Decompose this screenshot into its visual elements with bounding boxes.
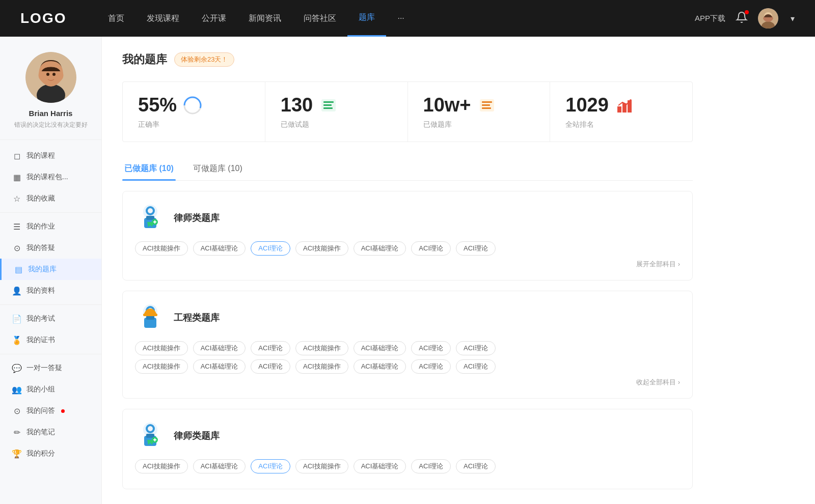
sidebar-item-profile[interactable]: 👤 我的资料 xyxy=(0,280,101,301)
tag-2-11[interactable]: ACI基础理论 xyxy=(354,359,406,374)
profile-section: Brian Harris 错误的决定比没有决定要好 xyxy=(0,37,101,140)
tag-3-0[interactable]: ACI技能操作 xyxy=(135,459,188,473)
sidebar-item-qbank-label: 我的题库 xyxy=(28,265,57,274)
stat-accuracy: 55% 正确率 xyxy=(123,82,265,142)
qbank-card-2: 工程类题库 ACI技能操作 ACI基础理论 ACI理论 ACI技能操作 ACI基… xyxy=(122,291,693,399)
chart-red-icon xyxy=(615,96,634,115)
tag-2-2[interactable]: ACI理论 xyxy=(251,341,290,355)
sidebar-item-1on1[interactable]: 💬 一对一答疑 xyxy=(0,357,101,379)
nav-qbank[interactable]: 题库 xyxy=(347,0,386,37)
qbank-tags-3: ACI技能操作 ACI基础理论 ACI理论 ACI技能操作 ACI基础理论 AC… xyxy=(135,459,680,473)
tag-1-5[interactable]: ACI理论 xyxy=(411,241,451,256)
sidebar-item-certificate[interactable]: 🏅 我的证书 xyxy=(0,329,101,351)
notes-icon: ✏ xyxy=(12,428,21,437)
svg-rect-19 xyxy=(617,106,621,113)
user-motto: 错误的决定比没有决定要好 xyxy=(10,121,91,129)
points-icon: 🏆 xyxy=(12,449,21,458)
svg-point-39 xyxy=(148,426,153,431)
nav-home[interactable]: 首页 xyxy=(97,0,135,37)
exam-icon: 📄 xyxy=(12,314,21,323)
expand-link-1[interactable]: 展开全部科目 › xyxy=(135,260,680,269)
tag-2-8[interactable]: ACI基础理论 xyxy=(193,359,246,374)
avatar-chevron[interactable]: ▾ xyxy=(791,14,795,23)
tag-2-9[interactable]: ACI理论 xyxy=(251,359,290,374)
app-download-button[interactable]: APP下载 xyxy=(695,14,725,23)
svg-rect-18 xyxy=(482,107,491,109)
tab-done[interactable]: 已做题库 (10) xyxy=(122,158,176,180)
qbank-header-2: 工程类题库 xyxy=(135,302,680,333)
nav-qa[interactable]: 问答社区 xyxy=(292,0,347,37)
myqa-dot xyxy=(61,409,65,413)
sidebar-item-notes[interactable]: ✏ 我的笔记 xyxy=(0,422,101,443)
tag-2-7[interactable]: ACI技能操作 xyxy=(135,359,188,374)
tag-3-6[interactable]: ACI理论 xyxy=(456,459,496,473)
sidebar-item-qa[interactable]: ⊙ 我的答疑 xyxy=(0,237,101,259)
tag-2-1[interactable]: ACI基础理论 xyxy=(193,341,246,355)
tag-2-12[interactable]: ACI理论 xyxy=(411,359,451,374)
stat-rank-top: 1029 xyxy=(565,94,677,116)
svg-rect-26 xyxy=(146,216,154,220)
tag-1-2[interactable]: ACI理论 xyxy=(251,241,290,256)
sidebar-item-myqa[interactable]: ⊙ 我的问答 xyxy=(0,400,101,422)
stat-rank-value: 1029 xyxy=(565,94,609,116)
tag-1-1[interactable]: ACI基础理论 xyxy=(193,241,246,256)
sidebar-item-courses[interactable]: ◻ 我的课程 xyxy=(0,145,101,166)
nav-opencourse[interactable]: 公开课 xyxy=(191,0,237,37)
avatar[interactable] xyxy=(758,8,778,29)
tag-2-0[interactable]: ACI技能操作 xyxy=(135,341,188,355)
tag-1-3[interactable]: ACI技能操作 xyxy=(295,241,348,256)
tag-1-0[interactable]: ACI技能操作 xyxy=(135,241,188,256)
sidebar-item-homework-label: 我的作业 xyxy=(26,222,55,231)
nav-news[interactable]: 新闻资讯 xyxy=(237,0,292,37)
sidebar-item-points[interactable]: 🏆 我的积分 xyxy=(0,443,101,464)
stat-rank-label: 全站排名 xyxy=(565,120,677,129)
nav-discover[interactable]: 发现课程 xyxy=(135,0,191,37)
tag-2-5[interactable]: ACI理论 xyxy=(411,341,451,355)
stat-accuracy-value: 55% xyxy=(138,94,177,116)
stat-rank: 1029 全站排名 xyxy=(550,82,692,142)
sidebar-item-homework[interactable]: ☰ 我的作业 xyxy=(0,216,101,237)
list-orange-icon xyxy=(477,96,497,115)
tag-3-1[interactable]: ACI基础理论 xyxy=(193,459,246,473)
notification-bell[interactable] xyxy=(736,11,748,25)
1on1-icon: 💬 xyxy=(12,363,21,373)
certificate-icon: 🏅 xyxy=(12,335,21,345)
qbank-title-2: 工程类题库 xyxy=(174,312,220,324)
sidebar-item-group[interactable]: 👥 我的小组 xyxy=(0,379,101,400)
tag-3-3[interactable]: ACI技能操作 xyxy=(295,459,348,473)
qbank-tags-2-row2: ACI技能操作 ACI基础理论 ACI理论 ACI技能操作 ACI基础理论 AC… xyxy=(135,359,680,374)
qbank-header-1: 律师类题库 xyxy=(135,203,680,233)
sidebar-item-qbank[interactable]: ▤ 我的题库 xyxy=(0,259,101,280)
tab-available[interactable]: 可做题库 (10) xyxy=(191,158,244,180)
qbank-title-3: 律师类题库 xyxy=(174,430,220,442)
tag-2-10[interactable]: ACI技能操作 xyxy=(295,359,348,374)
sidebar-item-notes-label: 我的笔记 xyxy=(26,428,55,437)
svg-point-7 xyxy=(52,73,56,76)
sidebar-item-course-package[interactable]: ▦ 我的课程包... xyxy=(0,166,101,188)
tag-2-6[interactable]: ACI理论 xyxy=(456,341,496,355)
tag-1-4[interactable]: ACI基础理论 xyxy=(354,241,406,256)
nav-right: APP下载 ▾ xyxy=(695,8,795,29)
sidebar-item-certificate-label: 我的证书 xyxy=(26,335,55,345)
tag-3-4[interactable]: ACI基础理论 xyxy=(354,459,406,473)
tag-2-13[interactable]: ACI理论 xyxy=(456,359,496,374)
svg-rect-17 xyxy=(482,104,490,106)
tag-2-4[interactable]: ACI基础理论 xyxy=(354,341,406,355)
layout: Brian Harris 错误的决定比没有决定要好 ◻ 我的课程 ▦ 我的课程包… xyxy=(0,37,815,504)
tag-2-3[interactable]: ACI技能操作 xyxy=(295,341,348,355)
sidebar-item-exam-label: 我的考试 xyxy=(26,314,55,323)
course-package-icon: ▦ xyxy=(12,173,21,182)
qbank-tags-1: ACI技能操作 ACI基础理论 ACI理论 ACI技能操作 ACI基础理论 AC… xyxy=(135,241,680,256)
sidebar-item-exam[interactable]: 📄 我的考试 xyxy=(0,308,101,329)
expand-link-2[interactable]: 收起全部科目 › xyxy=(135,378,680,387)
myqa-icon: ⊙ xyxy=(12,406,21,415)
tag-3-5[interactable]: ACI理论 xyxy=(411,459,451,473)
sidebar-item-qa-label: 我的答疑 xyxy=(26,243,55,253)
sidebar-item-favorites[interactable]: ☆ 我的收藏 xyxy=(0,188,101,209)
nav-more[interactable]: ··· xyxy=(386,0,415,37)
tag-3-2[interactable]: ACI理论 xyxy=(251,459,290,473)
tag-1-6[interactable]: ACI理论 xyxy=(456,241,496,256)
stats-row: 55% 正确率 130 xyxy=(122,81,693,142)
stat-banks: 10w+ 已做题库 xyxy=(408,82,551,142)
group-icon: 👥 xyxy=(12,385,21,394)
